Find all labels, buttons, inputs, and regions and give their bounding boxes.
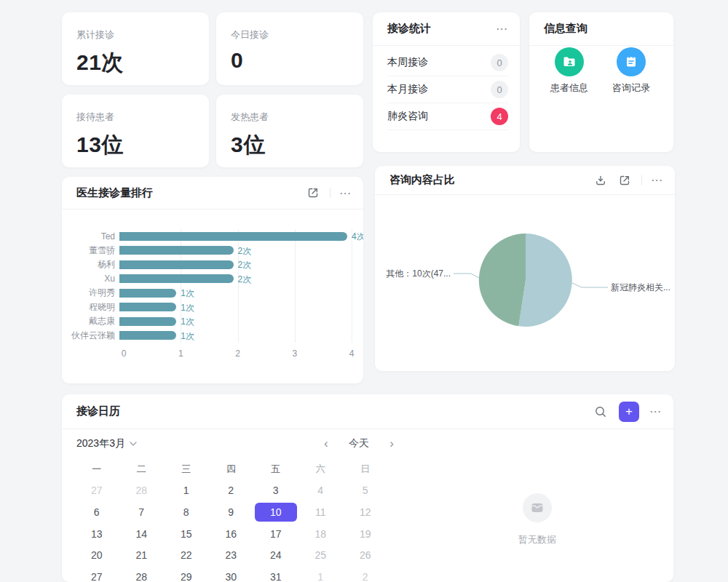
reception-stat-row[interactable]: 肺炎咨询4 bbox=[387, 103, 508, 130]
download-icon[interactable] bbox=[593, 173, 608, 188]
calendar-day[interactable]: 15 bbox=[165, 525, 207, 543]
calendar-day[interactable]: 22 bbox=[165, 546, 207, 565]
calendar-day[interactable]: 24 bbox=[255, 546, 297, 565]
more-icon[interactable]: ··· bbox=[650, 406, 662, 417]
calendar-day[interactable]: 17 bbox=[255, 525, 297, 543]
bar-chart-x-axis: 01234 bbox=[124, 348, 352, 360]
pie-slice bbox=[479, 234, 526, 326]
bar-category-label: 伙伴云张颖 bbox=[62, 330, 119, 342]
calendar-day[interactable]: 1 bbox=[165, 481, 207, 500]
shortcut-consult-record[interactable]: 咨询记录 bbox=[601, 47, 662, 95]
calendar-day[interactable]: 29 bbox=[165, 567, 207, 582]
more-icon[interactable]: ··· bbox=[652, 175, 663, 186]
doctor-ranking-panel: 医生接诊量排行 ··· Ted4次董雪骄2次杨利2次Xu2次许明秀1次程晓明1次… bbox=[62, 177, 363, 383]
month-selector[interactable]: 2023年3月 bbox=[76, 435, 137, 453]
calendar-day[interactable]: 2 bbox=[210, 481, 252, 500]
month-label: 2023年3月 bbox=[76, 437, 125, 450]
calendar-day[interactable]: 6 bbox=[76, 503, 118, 522]
search-icon[interactable] bbox=[593, 404, 608, 419]
today-button[interactable]: 今天 bbox=[349, 437, 369, 450]
calendar-day[interactable]: 30 bbox=[210, 567, 252, 582]
reception-stat-row[interactable]: 本月接诊0 bbox=[387, 76, 508, 103]
calendar-day[interactable]: 25 bbox=[299, 546, 341, 565]
calendar-day[interactable]: 18 bbox=[299, 525, 341, 543]
reception-stat-label: 本月接诊 bbox=[387, 83, 428, 96]
stat-label: 累计接诊 bbox=[76, 28, 194, 41]
bar bbox=[119, 246, 234, 255]
dashboard-page: 累计接诊 21次 今日接诊 0 接待患者 13位 发热患者 3位 接诊统计 ··… bbox=[0, 0, 728, 582]
shortcut-patient-info[interactable]: 患者信息 bbox=[539, 47, 600, 95]
calendar-day[interactable]: 5 bbox=[344, 481, 387, 500]
panel-title: 信息查询 bbox=[544, 22, 587, 36]
stat-value: 21次 bbox=[76, 48, 194, 78]
prev-month-button[interactable]: ‹ bbox=[324, 436, 328, 451]
weekday-header: 二 bbox=[137, 463, 146, 476]
calendar-day[interactable]: 23 bbox=[210, 546, 252, 565]
reception-stats-panel: 接诊统计 ··· 本周接诊0本月接诊0肺炎咨询4 bbox=[373, 12, 520, 152]
add-event-button[interactable]: + bbox=[619, 402, 639, 422]
reception-stat-label: 肺炎咨询 bbox=[387, 110, 428, 123]
calendar-day[interactable]: 1 bbox=[299, 567, 341, 582]
bar-row: 董雪骄2次 bbox=[62, 244, 363, 258]
label-connector bbox=[454, 274, 479, 278]
bar bbox=[119, 303, 176, 311]
chevron-down-icon bbox=[130, 442, 137, 446]
bar-row: 程晓明1次 bbox=[62, 300, 363, 315]
bar-row: 戴志康1次 bbox=[62, 314, 363, 329]
bar-value-label: 4次 bbox=[352, 232, 363, 241]
bar-row: Xu2次 bbox=[62, 272, 363, 287]
weekday-header: 四 bbox=[226, 463, 236, 476]
weekday-header: 一 bbox=[92, 463, 101, 476]
calendar-day[interactable]: 14 bbox=[120, 525, 162, 543]
next-month-button[interactable]: › bbox=[389, 436, 394, 451]
calendar-day[interactable]: 3 bbox=[255, 481, 297, 500]
weekday-header: 五 bbox=[271, 463, 280, 476]
stat-label: 今日接诊 bbox=[231, 28, 349, 41]
bar bbox=[119, 317, 176, 326]
calendar-day[interactable]: 26 bbox=[344, 546, 387, 565]
bar-category-label: Xu bbox=[62, 274, 119, 284]
stat-value: 3位 bbox=[231, 130, 349, 160]
pie-label-covid: 新冠肺炎相关... bbox=[611, 282, 670, 292]
empty-text: 暂无数据 bbox=[491, 533, 583, 546]
count-badge: 0 bbox=[491, 54, 508, 71]
empty-inbox-icon bbox=[523, 493, 552, 522]
bar-category-label: 杨利 bbox=[62, 258, 119, 271]
more-icon[interactable]: ··· bbox=[496, 23, 508, 34]
stat-label: 发热患者 bbox=[231, 111, 349, 124]
calendar-day[interactable]: 27 bbox=[76, 567, 118, 582]
calendar-day-selected[interactable]: 10 bbox=[255, 503, 297, 522]
info-query-panel: 信息查询 患者信息咨询记录 bbox=[529, 12, 673, 152]
bar-row: 杨利2次 bbox=[62, 258, 363, 272]
calendar-day[interactable]: 20 bbox=[76, 546, 118, 565]
calendar-day[interactable]: 8 bbox=[165, 503, 207, 522]
expand-icon[interactable] bbox=[617, 173, 632, 188]
more-icon[interactable]: ··· bbox=[340, 188, 352, 199]
bar-value-label: 1次 bbox=[181, 303, 194, 312]
calendar-day[interactable]: 28 bbox=[120, 567, 162, 582]
calendar-day[interactable]: 21 bbox=[120, 546, 162, 565]
bar-value-label: 1次 bbox=[181, 317, 194, 326]
calendar-day[interactable]: 28 bbox=[120, 481, 162, 500]
shortcut-label: 咨询记录 bbox=[601, 81, 662, 95]
expand-icon[interactable] bbox=[306, 186, 320, 200]
calendar-day[interactable]: 11 bbox=[299, 503, 341, 522]
bar bbox=[119, 274, 234, 283]
calendar-day[interactable]: 27 bbox=[76, 481, 118, 500]
reception-stat-row[interactable]: 本周接诊0 bbox=[387, 49, 508, 76]
calendar-panel: 接诊日历 + ··· 2023年3月 ‹ 今天 › 一二三四五六日2728123… bbox=[62, 394, 673, 582]
count-badge: 4 bbox=[491, 108, 508, 125]
calendar-day[interactable]: 13 bbox=[76, 525, 118, 543]
calendar-day[interactable]: 4 bbox=[299, 481, 341, 500]
calendar-day[interactable]: 9 bbox=[210, 503, 252, 522]
stat-label: 接待患者 bbox=[76, 111, 194, 124]
pie-chart: 其他：10次(47...新冠肺炎相关... bbox=[375, 196, 675, 370]
calendar-day[interactable]: 31 bbox=[255, 567, 297, 582]
calendar-day[interactable]: 16 bbox=[210, 525, 252, 543]
panel-title: 接诊统计 bbox=[387, 22, 431, 36]
calendar-day[interactable]: 19 bbox=[344, 525, 387, 543]
calendar-day[interactable]: 2 bbox=[344, 567, 387, 582]
x-tick-label: 0 bbox=[122, 348, 127, 359]
calendar-day[interactable]: 7 bbox=[120, 503, 162, 522]
calendar-day[interactable]: 12 bbox=[344, 503, 387, 522]
